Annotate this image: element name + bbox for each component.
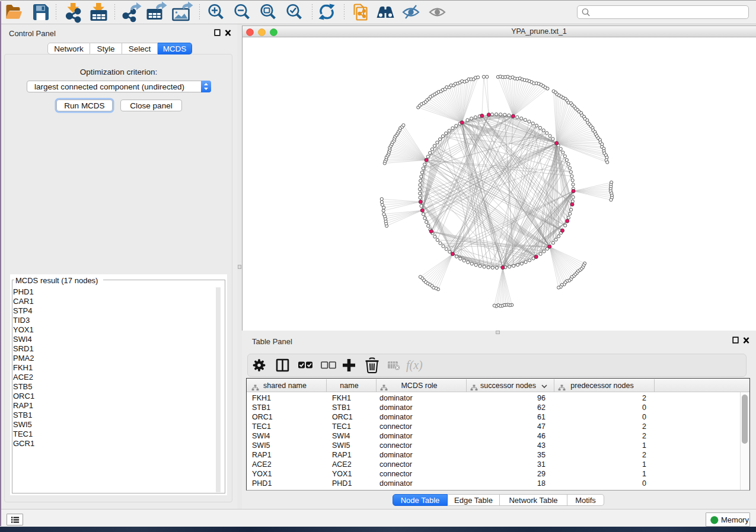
- svg-text:f(x): f(x): [406, 358, 423, 372]
